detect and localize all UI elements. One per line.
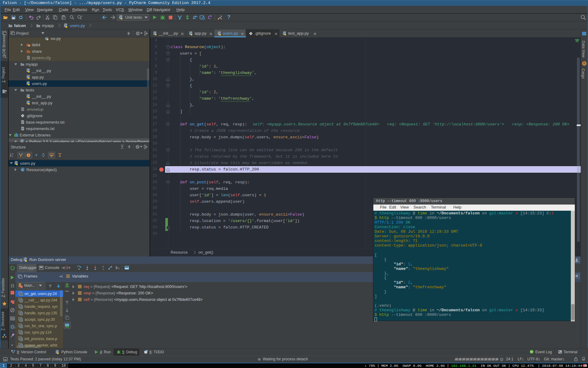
svg-text:C: C	[22, 168, 24, 171]
svg-text:s: s	[21, 319, 22, 321]
svg-text:R: R	[583, 62, 586, 65]
svg-text:s: s	[21, 345, 22, 347]
svg-text:s: s	[21, 312, 22, 315]
svg-text:s: s	[21, 300, 22, 302]
svg-text:9+: 9+	[530, 351, 533, 353]
svg-text:": "	[578, 274, 579, 276]
svg-text:z: z	[12, 155, 13, 157]
svg-text:B: B	[12, 32, 13, 34]
svg-text:x: x	[118, 267, 120, 270]
svg-text:s: s	[21, 293, 22, 296]
svg-text:s: s	[21, 338, 22, 341]
svg-text:s: s	[21, 325, 22, 328]
svg-text:R: R	[81, 15, 82, 18]
svg-text:s: s	[21, 332, 22, 334]
svg-text:s: s	[21, 306, 22, 309]
